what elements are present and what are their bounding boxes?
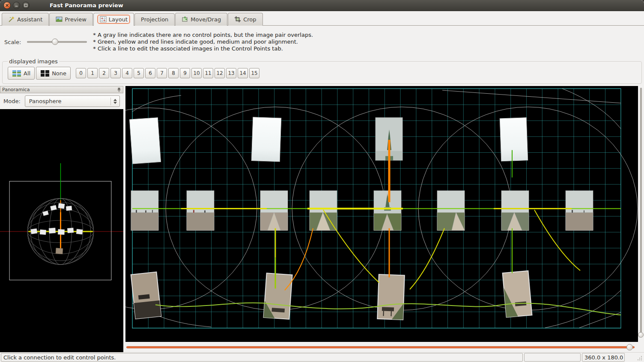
tab-label: Projection: [141, 16, 168, 23]
help-text: * A gray line indicates there are no con…: [93, 32, 313, 52]
show-none-button[interactable]: None: [36, 67, 71, 80]
image-toggle-9[interactable]: 9: [180, 68, 190, 78]
image-toggle-8[interactable]: 8: [168, 68, 179, 78]
maximize-button[interactable]: [22, 2, 30, 9]
displayed-images-group: displayed images All Non: [2, 58, 642, 84]
preview-icon: [56, 16, 63, 23]
panorama-dimensions: 360.0 x 180.0: [582, 353, 625, 362]
displayed-images-section: displayed images All Non: [0, 58, 644, 86]
canvas-image-statue-mid[interactable]: [374, 191, 401, 231]
tab-bar: Assistant Preview Layou: [0, 11, 644, 26]
show-none-label: None: [52, 70, 66, 77]
maximize-icon: [24, 3, 28, 7]
tab-layout[interactable]: Layout: [93, 13, 134, 26]
tab-label: Assistant: [17, 16, 42, 23]
image-toggle-14[interactable]: 14: [238, 68, 248, 78]
image-toggle-12[interactable]: 12: [215, 68, 225, 78]
tab-movedrag[interactable]: Move/Drag: [175, 13, 227, 26]
vertical-slider-track[interactable]: [640, 88, 642, 332]
image-toggle-4[interactable]: 4: [122, 68, 132, 78]
show-all-label: All: [24, 70, 30, 77]
panel-title: Panoramica: [2, 87, 30, 92]
resize-grip[interactable]: [626, 353, 643, 362]
mode-label: Mode:: [3, 98, 21, 104]
vertical-slider-knob[interactable]: [638, 332, 644, 338]
resize-grip-icon: [637, 355, 643, 361]
horizontal-slider-track[interactable]: [126, 346, 635, 348]
tab-label: Preview: [65, 16, 86, 23]
scale-slider[interactable]: [27, 38, 87, 46]
image-toggle-2[interactable]: 2: [99, 68, 109, 78]
status-bar: Click a connection to edit control point…: [0, 352, 644, 362]
close-icon: [5, 3, 9, 7]
panosphere-preview[interactable]: [0, 109, 123, 352]
help-line-2: * Green, yellow and red lines indicate g…: [93, 39, 313, 45]
close-button[interactable]: [3, 2, 11, 9]
tab-projection[interactable]: Projection: [134, 13, 175, 26]
image-toggle-11[interactable]: 11: [203, 68, 213, 78]
scale-label: Scale:: [4, 39, 21, 45]
minimize-button[interactable]: [13, 2, 20, 9]
vertical-slider[interactable]: [638, 86, 644, 342]
image-toggle-1[interactable]: 1: [87, 68, 98, 78]
layout-canvas[interactable]: [125, 86, 638, 342]
app-window: Fast Panorama preview Assistant Prev: [0, 0, 644, 362]
image-toggle-3[interactable]: 3: [110, 68, 121, 78]
show-all-icon: [12, 70, 21, 77]
image-toggle-7[interactable]: 7: [157, 68, 167, 78]
assistant-icon: [8, 16, 15, 23]
image-toggle-10[interactable]: 10: [191, 68, 202, 78]
tab-preview[interactable]: Preview: [49, 13, 93, 26]
tab-assistant[interactable]: Assistant: [2, 13, 49, 26]
main-area: Panoramica Mode: Panosphere: [0, 86, 644, 352]
help-line-3: * Click a line to edit the associated im…: [93, 45, 313, 52]
scale-slider-knob[interactable]: [52, 39, 58, 45]
panosphere-panel: Panoramica Mode: Panosphere: [0, 86, 123, 352]
mode-row: Mode: Panosphere: [0, 93, 123, 109]
image-toggle-0[interactable]: 0: [76, 68, 86, 78]
canvas-area: [123, 86, 644, 352]
image-toggle-15[interactable]: 15: [249, 68, 259, 78]
spinner-arrows-icon: [110, 98, 117, 105]
pin-icon[interactable]: [117, 87, 121, 92]
titlebar: Fast Panorama preview: [0, 0, 644, 11]
horizontal-slider-knob[interactable]: [626, 344, 633, 350]
status-message: Click a connection to edit control point…: [1, 353, 523, 362]
panel-header: Panoramica: [0, 86, 123, 93]
status-cell-empty: [524, 353, 581, 362]
layout-icon: [100, 16, 107, 23]
show-none-icon: [40, 70, 50, 77]
move-drag-icon: [182, 16, 188, 23]
help-line-1: * A gray line indicates there are no con…: [93, 32, 313, 39]
crop-icon: [234, 16, 241, 23]
displayed-images-legend: displayed images: [8, 58, 59, 65]
image-toggle-5[interactable]: 5: [134, 68, 144, 78]
tab-label: Crop: [243, 16, 256, 23]
tab-label: Layout: [109, 16, 128, 23]
window-title: Fast Panorama preview: [50, 2, 123, 9]
mode-value: Panosphere: [29, 98, 62, 104]
tab-crop[interactable]: Crop: [228, 13, 262, 26]
minimize-icon: [15, 3, 18, 7]
panosphere-canvas: [0, 109, 123, 352]
image-toggle-13[interactable]: 13: [226, 68, 236, 78]
tab-label: Move/Drag: [191, 16, 221, 23]
image-toggle-6[interactable]: 6: [145, 68, 155, 78]
scale-section: Scale: * A gray line indicates there are…: [0, 26, 644, 58]
show-all-button[interactable]: All: [8, 67, 35, 80]
mode-select[interactable]: Panosphere: [25, 95, 120, 107]
horizontal-slider[interactable]: [125, 342, 644, 352]
